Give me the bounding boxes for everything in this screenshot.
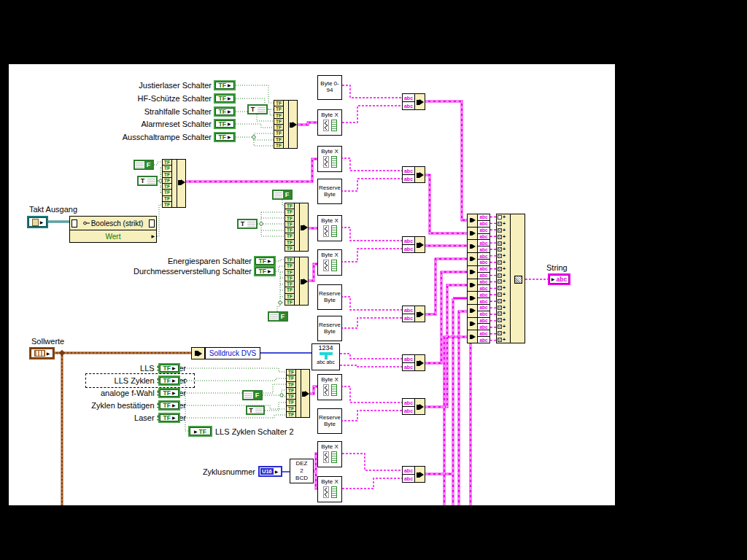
string-input-icon	[498, 318, 502, 322]
unbundle-arrow-icon	[195, 351, 202, 357]
build-array-icon	[178, 179, 185, 185]
boolean-constant-false[interactable]: F	[268, 311, 288, 322]
boolean-terminal[interactable]: TF▶	[254, 256, 276, 266]
numeric-terminal-u16[interactable]: U16 ▶	[258, 466, 282, 477]
convert-arrow-icon	[468, 279, 478, 292]
subvi-byte-x[interactable]: Byte X	[317, 476, 342, 502]
concatenate-strings-node[interactable]: + + + + + + + + + + + + + + + + + + + +	[496, 214, 525, 343]
build-array-node[interactable]: TFTFTFTFTFTFTFTF	[286, 369, 310, 418]
build-array-icon	[302, 391, 309, 397]
boolean-terminal[interactable]: TF▶	[158, 363, 180, 373]
subvi-byte-x[interactable]: Byte X	[317, 374, 342, 400]
string-input-icon	[498, 260, 502, 265]
unbundle-node[interactable]	[191, 347, 205, 359]
control-label[interactable]: Energiesparen Schalter	[106, 257, 252, 266]
control-label[interactable]: Justierlaser Schalter	[80, 81, 212, 90]
control-label[interactable]: Ausschaltrampe Schalter	[80, 133, 212, 142]
subvi-byte-0-94[interactable]: Byte 0-94	[317, 75, 342, 100]
property-row[interactable]: Wert ▶	[70, 230, 156, 242]
terminal-arrow-icon: ▶	[47, 351, 50, 356]
boolean-terminal[interactable]: TF▶	[214, 132, 236, 142]
build-array-icon	[290, 122, 297, 128]
string-input-icon	[498, 311, 502, 316]
slider-hatch-icon	[136, 162, 144, 168]
subvi-reserve-byte[interactable]: Reserve Byte	[317, 179, 342, 204]
zigzag-icon	[323, 156, 329, 168]
string-convert-stack[interactable]: abcabc abcabc abcabc abcabc abcabc abcab…	[467, 214, 490, 343]
build-array-icon	[417, 472, 424, 478]
boolean-terminal[interactable]: TF▶	[158, 376, 180, 386]
build-array-node[interactable]: TFTFTFTFTFTFTFTF	[274, 100, 298, 149]
block-diagram-canvas[interactable]: Justierlaser Schalter HF-Schütze Schalte…	[9, 64, 615, 505]
string-indicator[interactable]: ▶ abc	[548, 273, 570, 285]
boolean-indicator[interactable]: ▶ TF	[188, 426, 212, 437]
list-icon	[331, 384, 337, 396]
control-label[interactable]: Durchmesserverstellung Schalter	[106, 267, 252, 276]
build-array-node[interactable]: TFTFTFTFTFTFTFTF	[285, 203, 309, 252]
array-divider	[284, 101, 289, 148]
string-input-icon	[498, 338, 502, 342]
terminal-arrow-icon: ▶	[228, 122, 231, 126]
boolean-terminal[interactable]: TF▶	[158, 413, 180, 423]
subvi-byte-x[interactable]: Byte X	[317, 109, 342, 136]
subvi-byte-x[interactable]: Byte X	[317, 249, 342, 276]
subvi-byte-x[interactable]: Byte X	[317, 441, 342, 467]
boolean-constant-true[interactable]: T	[237, 219, 258, 229]
boolean-terminal[interactable]: TF▶	[214, 119, 236, 129]
subvi-reserve-byte[interactable]: Reserve Byte	[317, 284, 342, 310]
boolean-constant-true[interactable]: T	[246, 405, 265, 415]
boolean-terminal[interactable]: TF▶	[254, 266, 276, 276]
concat-strings-node[interactable]: abcabc	[402, 306, 425, 322]
boolean-constant-false[interactable]: F	[242, 390, 263, 400]
concat-strings-node[interactable]: abcabc	[402, 354, 425, 371]
boolean-terminal[interactable]: TF▶	[214, 80, 236, 90]
control-label[interactable]: Sollwerte	[31, 337, 64, 346]
control-label[interactable]: Alarmreset Schalter	[80, 120, 212, 129]
convert-arrow-icon	[468, 228, 478, 240]
control-label[interactable]: Zyklusnummer	[133, 467, 255, 477]
control-label[interactable]: Takt Ausgang	[29, 205, 77, 214]
boolean-constant-true[interactable]: T	[137, 176, 158, 186]
terminal-arrow-icon: ▶	[172, 416, 176, 420]
boolean-terminal[interactable]: TF▶	[214, 93, 236, 104]
cluster-terminal[interactable]: ▶	[29, 347, 55, 359]
control-label[interactable]: HF-Schütze Schalter	[80, 94, 212, 104]
boolean-terminal[interactable]: TF▶	[158, 388, 180, 398]
subvi-byte-x[interactable]: Byte X	[317, 146, 342, 172]
dez-2-bcd-node[interactable]: DEZ 2 BCD	[290, 459, 314, 483]
indicator-arrow-icon: ▶	[194, 429, 198, 434]
concat-strings-node[interactable]: abcabc	[402, 398, 425, 415]
boolean-constant-false[interactable]: F	[133, 160, 154, 170]
build-array-icon	[417, 242, 424, 248]
array-divider	[172, 160, 177, 207]
list-icon	[331, 451, 337, 463]
boolean-constant-true[interactable]: T	[247, 104, 268, 114]
subvi-byte-x[interactable]: Byte X	[317, 215, 342, 241]
control-label[interactable]: Strahlfalle Schalter	[80, 107, 212, 117]
build-array-node[interactable]: TFTFTFTFTFTFTFTF	[162, 159, 186, 208]
indicator-label[interactable]: LLS Zyklen Schalter 2	[215, 427, 294, 437]
concat-strings-node[interactable]: abcabc	[402, 236, 425, 253]
array-divider	[296, 370, 301, 417]
u16-type-tag: U16	[260, 468, 274, 475]
key-icon	[83, 221, 90, 225]
concat-strings-node[interactable]: abcabc	[402, 466, 425, 483]
unbundle-field[interactable]: Solldruck DVS	[205, 347, 260, 359]
number-to-string-node[interactable]: 1234 abc abc	[311, 343, 340, 370]
property-class-label: Boolesch (strikt)	[91, 219, 144, 228]
convert-arrow-icon	[468, 318, 478, 330]
concat-strings-node[interactable]: abcabc	[402, 93, 425, 110]
refnum-terminal[interactable]: ▶	[27, 216, 48, 228]
subvi-reserve-byte[interactable]: Reserve Byte	[317, 316, 342, 341]
array-input-column: TFTFTFTFTFTFTFTF	[285, 257, 295, 305]
indicator-label[interactable]: String	[546, 263, 568, 273]
string-input-icon	[498, 215, 502, 219]
terminal-arrow-icon: ▶	[172, 366, 176, 370]
boolean-constant-false[interactable]: F	[272, 190, 293, 200]
boolean-terminal[interactable]: TF▶	[214, 106, 236, 117]
concat-strings-node[interactable]: abcabc	[402, 166, 425, 183]
build-array-node[interactable]: TFTFTFTFTFTFTFTF	[285, 257, 309, 306]
property-node[interactable]: Boolesch (strikt) Wert ▶	[69, 216, 157, 243]
boolean-terminal[interactable]: TF▶	[158, 400, 180, 411]
subvi-reserve-byte[interactable]: Reserve Byte	[317, 408, 342, 434]
